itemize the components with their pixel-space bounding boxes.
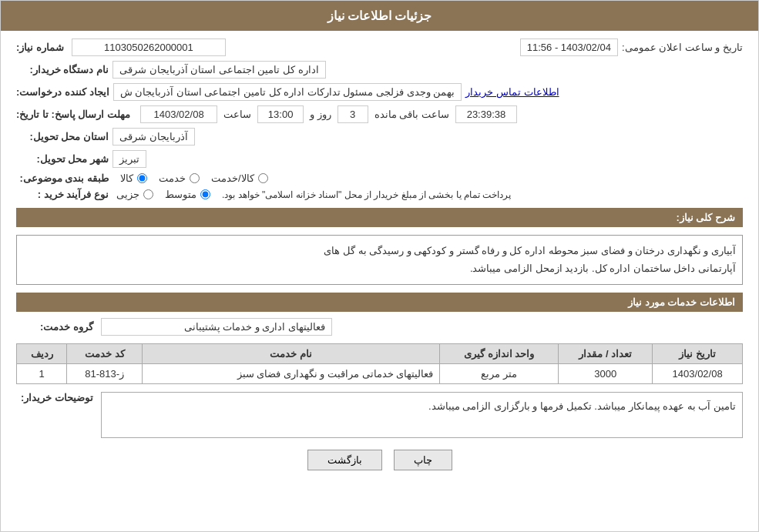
- date-row: تاریخ و ساعت اعلان عمومی: 1403/02/04 - 1…: [520, 38, 743, 56]
- services-table-section: تاریخ نیاز تعداد / مقدار واحد اندازه گیر…: [16, 343, 743, 384]
- creator-link[interactable]: اطلاعات تماس خریدار: [465, 86, 559, 98]
- services-section-title: اطلاعات خدمات مورد نیاز: [16, 293, 743, 312]
- service-group-value: فعالیتهای اداری و خدمات پشتیبانی: [101, 318, 332, 336]
- table-row: 1403/02/08 3000 متر مربع فعالیتهای خدمات…: [17, 363, 743, 383]
- category-row: کالا/خدمت خدمت کالا طبقه بندی موضوعی:: [16, 172, 743, 184]
- date-label: تاریخ و ساعت اعلان عمومی:: [622, 42, 743, 53]
- deadline-day-label: روز و: [310, 109, 331, 120]
- print-button[interactable]: چاپ: [394, 450, 452, 470]
- province-label: استان محل تحویل:: [16, 131, 109, 142]
- category-radio-kala-khidmat[interactable]: [258, 173, 268, 183]
- deadline-remaining: 23:39:38: [455, 105, 517, 123]
- city-row: تبریز شهر محل تحویل:: [16, 150, 743, 168]
- category-kala-khidmat: کالا/خدمت: [211, 172, 268, 184]
- col-quantity: تعداد / مقدار: [559, 343, 653, 363]
- procedure-mutavasit: متوسط: [165, 189, 210, 200]
- back-button[interactable]: بازگشت: [307, 450, 382, 470]
- buyer-org-row: اداره کل تامین اجتماعی استان آذربایجان ش…: [16, 61, 743, 79]
- cell-quantity: 3000: [559, 363, 653, 383]
- procedure-radio-jozii[interactable]: [143, 189, 153, 199]
- date-value: 1403/02/04 - 11:56: [520, 38, 618, 56]
- procedure-radio-mutavasit[interactable]: [200, 189, 210, 199]
- col-unit: واحد اندازه گیری: [440, 343, 559, 363]
- service-group-label: گروه خدمت:: [16, 321, 93, 333]
- need-number-value: 1103050262000001: [72, 38, 226, 56]
- page-header: جزئیات اطلاعات نیاز: [1, 1, 758, 31]
- deadline-time: 13:00: [257, 105, 304, 123]
- cell-date: 1403/02/08: [653, 363, 743, 383]
- deadline-day: 3: [338, 105, 368, 123]
- category-khidmat: خدمت: [159, 172, 200, 184]
- buyer-notes-label: توضیحات خریدار:: [16, 392, 93, 403]
- city-label: شهر محل تحویل:: [16, 153, 109, 165]
- category-label: طبقه بندی موضوعی:: [16, 172, 109, 184]
- cell-row-num: 1: [17, 363, 67, 383]
- col-row-num: ردیف: [17, 343, 67, 363]
- description-box: آبیاری و نگهداری درختان و فضای سبز محوطه…: [16, 235, 743, 285]
- province-row: آذربایجان شرقی استان محل تحویل:: [16, 128, 743, 146]
- buyer-notes-row: تامین آب به عهده پیمانکار میباشد. تکمیل …: [16, 392, 743, 438]
- services-table: تاریخ نیاز تعداد / مقدار واحد اندازه گیر…: [16, 343, 743, 384]
- buyer-org-label: نام دستگاه خریدار:: [16, 64, 109, 75]
- procedure-row: پرداخت تمام یا بخشی از مبلغ خریدار از مح…: [16, 189, 743, 200]
- col-service-name: نام خدمت: [143, 343, 440, 363]
- deadline-date: 1403/02/08: [140, 105, 217, 123]
- deadline-row: 23:39:38 ساعت باقی مانده 3 روز و 13:00 س…: [16, 105, 743, 123]
- procedure-note: پرداخت تمام یا بخشی از مبلغ خریدار از مح…: [222, 189, 511, 200]
- description-section-title: شرح کلی نیاز:: [16, 208, 743, 227]
- cell-service-name: فعالیتهای خدماتی مراقبت و نگهداری فضای س…: [143, 363, 440, 383]
- cell-unit: متر مربع: [440, 363, 559, 383]
- procedure-options: پرداخت تمام یا بخشی از مبلغ خریدار از مح…: [116, 189, 511, 200]
- province-value: آذربایجان شرقی: [113, 128, 195, 146]
- buyer-notes-content: تامین آب به عهده پیمانکار میباشد. تکمیل …: [101, 392, 743, 438]
- description-line1: آبیاری و نگهداری درختان و فضای سبز محوطه…: [23, 242, 736, 259]
- button-row: چاپ بازگشت: [16, 450, 743, 470]
- cell-service-code: ز-813-81: [67, 363, 143, 383]
- procedure-jozii: جزیی: [116, 189, 153, 200]
- deadline-time-label: ساعت: [223, 109, 251, 120]
- deadline-remaining-label: ساعت باقی مانده: [374, 109, 449, 120]
- buyer-notes-text: تامین آب به عهده پیمانکار میباشد. تکمیل …: [108, 397, 736, 415]
- category-radio-khidmat[interactable]: [190, 173, 200, 183]
- deadline-label: مهلت ارسال پاسخ: تا تاریخ:: [16, 109, 130, 120]
- category-radio-kala[interactable]: [137, 173, 147, 183]
- creator-label: ایجاد کننده درخواست:: [16, 86, 109, 98]
- buyer-org-value: اداره کل تامین اجتماعی استان آذربایجان ش…: [113, 61, 326, 79]
- description-line2: آپارتمانی داخل ساختمان اداره کل. بازدید …: [23, 259, 736, 277]
- category-kala: کالا: [120, 172, 147, 184]
- creator-row: اطلاعات تماس خریدار بهمن وجدی فزلجی مسئو…: [16, 83, 743, 101]
- col-date: تاریخ نیاز: [653, 343, 743, 363]
- procedure-label: نوع فرآیند خرید :: [16, 189, 109, 200]
- creator-value: بهمن وجدی فزلجی مسئول تداركات اداره كل ت…: [113, 83, 462, 101]
- service-group-row: فعالیتهای اداری و خدمات پشتیبانی گروه خد…: [16, 318, 743, 336]
- city-value: تبریز: [113, 150, 146, 168]
- page-title: جزئیات اطلاعات نیاز: [327, 9, 432, 22]
- need-number-label: شماره نیاز:: [16, 42, 64, 53]
- need-number-row: 1103050262000001 شماره نیاز:: [16, 38, 226, 56]
- col-service-code: کد خدمت: [67, 343, 143, 363]
